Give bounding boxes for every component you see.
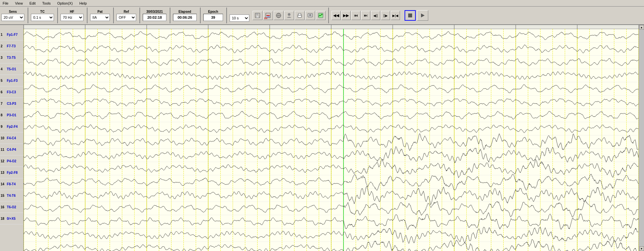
pat-select[interactable]: IIARefIIB [90,14,110,21]
scroll-down-button[interactable]: ▼ [639,246,644,251]
elapsed-value: 00:06:26 [173,14,197,21]
svg-rect-1 [256,13,259,15]
channel-label-8: 8 P3-O1 [0,109,23,121]
menu-help[interactable]: Help [78,1,88,5]
ch-name: T3-T5 [7,56,16,59]
epoch-group: Epoch 39 [203,10,223,21]
channel-label-6: 6 F3-C3 [0,86,23,98]
fast-forward-button[interactable]: ▶▶ [341,11,351,20]
ch-num: 1 [1,33,6,36]
menu-view[interactable]: View [14,1,24,5]
eeg-canvas [24,25,639,251]
menu-optionx[interactable]: Option(X) [56,1,74,5]
channel-label-1: 1 Fp1-F7 [0,29,23,40]
channel-label-2: 2 F7-T3 [0,40,23,52]
svg-rect-16 [309,13,311,14]
channel-label-7: 7 C3-P3 [0,98,23,109]
channel-label-11: 11 C4-P4 [0,144,23,155]
divider-5 [139,8,140,23]
svg-rect-13 [298,16,301,17]
ch-name: F3-C3 [7,90,16,94]
tc-label: TC [40,10,44,13]
tc-select[interactable]: 0.1 s0.03 s0.3 s1 s [31,14,54,21]
divider-3 [87,8,87,23]
ch-num: 11 [1,148,6,151]
tc-group: TC 0.1 s0.03 s0.3 s1 s [31,10,54,21]
user-button[interactable] [284,11,294,20]
elapsed-label: Elapsed [179,10,191,13]
ch-name: F7-T3 [7,44,16,48]
step-forward-button[interactable]: ||▶ [381,11,390,20]
globe-button[interactable] [274,11,284,20]
screenshot-button[interactable] [305,11,315,20]
ch-num: 13 [1,171,6,174]
ch-name: Fp1-F7 [7,33,18,36]
window-group: 10 s5 s20 s30 s [230,10,249,22]
scroll-up-button[interactable]: ▲ [639,25,644,30]
epoch-value: 39 [203,14,223,21]
hf-select[interactable]: 70 Hz15 Hz30 Hz100 Hz [61,14,84,21]
menubar: File View Edit Tools Option(X) Help [0,0,644,7]
ch-name: C4-P4 [7,148,16,151]
ch-name: T6-O2 [7,205,16,209]
ch-num: 15 [1,194,6,197]
ch-num: 12 [1,159,6,163]
step-back-button[interactable]: ◀|| [371,11,380,20]
pat-group: Pat IIARefIIB [90,10,110,21]
sens-select[interactable]: 20 uV5 uV10 uV50 uV [1,14,24,21]
ref-label: Ref [124,10,129,13]
channel-label-5: 5 Fp1-F3 [0,75,23,86]
window-select[interactable]: 10 s5 s20 s30 s [230,14,249,22]
ch-name: P4-O2 [7,159,16,163]
ch-name: F8-T4 [7,182,16,186]
svg-rect-2 [256,16,259,18]
ch-num: 5 [1,79,6,82]
ch-num: 4 [1,67,6,71]
scroll-track[interactable] [639,30,644,246]
ch-name: Fp2-F8 [7,171,18,174]
ch-num: 10 [1,136,6,140]
stop-button[interactable] [405,10,416,21]
hf-label: HF [70,10,74,13]
chart-button[interactable] [316,11,326,20]
ch-name: C3-P3 [7,102,16,105]
menu-edit[interactable]: Edit [28,1,37,5]
main-content: 1 Fp1-F72 F7-T33 T3-T54 T5-O15 Fp1-F36 F… [0,25,644,251]
nav-buttons: ◀◀ ▶▶ ⏮ ⏭ ◀|| ||▶ ▶|◀ [332,11,400,20]
toolbar: Sens 20 uV5 uV10 uV50 uV TC 0.1 s0.03 s0… [0,7,644,25]
ch-num: 9 [1,125,6,128]
datetime-group: 30/03/2021 20:02:18 [143,10,166,21]
channel-label-10: 10 F4-C4 [0,132,23,144]
action-buttons: ON On [253,11,326,20]
vertical-scrollbar[interactable]: ▲ ▼ [639,25,644,251]
save-button[interactable] [253,11,262,20]
divider-1 [28,8,28,23]
epoch-label: Epoch [208,10,218,13]
date-label: 30/03/2021 [146,10,163,13]
ref-select[interactable]: OFFAvgCz [116,14,136,21]
sens-label: Sens [9,10,17,13]
divider-6 [170,8,170,23]
menu-tools[interactable]: Tools [41,1,52,5]
ch-num: 7 [1,102,6,105]
ch-num: 6 [1,90,6,94]
fast-back-button[interactable]: ◀◀ [332,11,341,20]
print-button[interactable] [295,11,305,20]
channel-label-4: 4 T5-O1 [0,63,23,75]
time-value: 20:02:18 [143,14,166,21]
ch-num: 2 [1,44,6,48]
menu-file[interactable]: File [1,1,10,5]
play-button[interactable] [417,10,428,21]
ch-num: 16 [1,205,6,209]
first-button[interactable]: ⏮ [351,11,360,20]
last-button[interactable]: ⏭ [361,11,370,20]
divider-8 [226,8,227,23]
svg-rect-12 [298,13,301,15]
edit-button[interactable]: ON On [263,11,273,20]
svg-point-10 [288,13,290,16]
on-indicator: On [264,17,267,19]
channel-label-3: 3 T3-T5 [0,52,23,63]
channel-label-12: 12 P4-O2 [0,155,23,167]
zoom-center-button[interactable]: ▶|◀ [391,11,400,20]
ch-name: 0/+X5 [7,217,15,220]
